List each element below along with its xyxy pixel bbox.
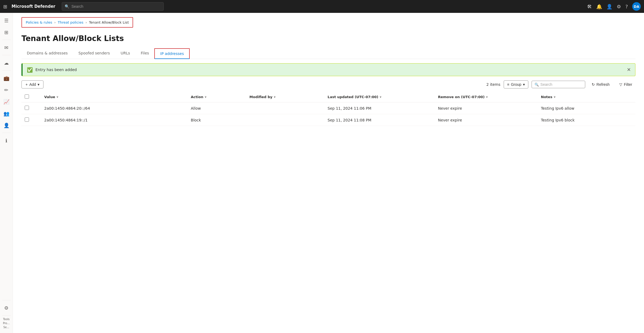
th-last-updated[interactable]: Last updated (UTC-07:00) ∨ <box>324 92 435 102</box>
th-modified-by[interactable]: Modified by ∨ <box>246 92 324 102</box>
success-icon: ✅ <box>27 67 33 73</box>
add-button[interactable]: + Add ▾ <box>21 80 43 88</box>
breadcrumb-policies[interactable]: Policies & rules <box>26 20 52 24</box>
row2-remove-on: Never expire <box>435 114 538 126</box>
sidebar-label-se: Se... <box>3 326 9 329</box>
table-row: 2a00:1450:4864:19::/1 Block Sep 11, 2024… <box>21 114 635 126</box>
sidebar-item-email[interactable]: ✉ <box>1 42 12 53</box>
bell-icon[interactable]: 🔔 <box>596 4 602 9</box>
removeon-sort-icon: ∨ <box>486 95 488 99</box>
row1-action: Allow <box>188 102 246 114</box>
toolbar: + Add ▾ 2 items ≡ Group ▾ 🔍 ↻ Refresh <box>21 80 635 88</box>
col-value-label: Value <box>44 95 55 99</box>
row1-checkbox-cell[interactable] <box>21 102 41 114</box>
breadcrumb-sep-2: › <box>86 21 87 24</box>
global-search-input[interactable] <box>71 4 161 9</box>
notes-sort-icon: ∨ <box>553 95 556 99</box>
search-box[interactable]: 🔍 <box>532 81 585 88</box>
select-all-checkbox[interactable] <box>25 94 29 99</box>
sidebar-item-menu[interactable]: ☰ <box>1 15 12 26</box>
row1-remove-on: Never expire <box>435 102 538 114</box>
grid-icon[interactable]: ⊞ <box>3 4 7 9</box>
search-icon: 🔍 <box>65 4 69 9</box>
main-layout: ☰ ⊞ ✉ ☁ 💼 ✏ 📈 👥 👤 ℹ ⚙ Tools Pro... Se...… <box>0 13 644 333</box>
sidebar-bottom: ⚙ Tools Pro... Se... <box>1 299 12 331</box>
filter-label: Filter <box>624 82 632 87</box>
avatar[interactable]: DA <box>632 2 641 11</box>
th-value[interactable]: Value ∨ <box>41 92 188 102</box>
th-select-all[interactable] <box>21 92 41 102</box>
sidebar-divider-2 <box>2 55 11 55</box>
refresh-icon: ↻ <box>592 82 595 87</box>
col-lastupdated-label: Last updated (UTC-07:00) <box>328 95 378 99</box>
content-area: Policies & rules › Threat policies › Ten… <box>13 13 644 333</box>
th-notes[interactable]: Notes ∨ <box>538 92 635 102</box>
group-button[interactable]: ≡ Group ▾ <box>504 80 528 88</box>
sidebar-divider-4 <box>2 133 11 133</box>
value-sort-icon: ∨ <box>56 95 58 99</box>
tab-files[interactable]: Files <box>136 48 155 59</box>
breadcrumb-sep-1: › <box>54 21 56 24</box>
row2-checkbox-cell[interactable] <box>21 114 41 126</box>
table-row: 2a00:1450:4864:20::/64 Allow Sep 11, 202… <box>21 102 635 114</box>
th-action[interactable]: Action ∨ <box>188 92 246 102</box>
breadcrumb-threat-policies[interactable]: Threat policies <box>58 20 83 24</box>
tab-ip-addresses[interactable]: IP addresses <box>154 48 190 59</box>
sidebar-label-pro: Pro... <box>3 322 10 325</box>
topbar-icons: 🛠 🔔 👤 ⚙ ? DA <box>587 2 641 11</box>
help-icon[interactable]: ? <box>625 4 628 9</box>
sidebar: ☰ ⊞ ✉ ☁ 💼 ✏ 📈 👥 👤 ℹ ⚙ Tools Pro... Se... <box>0 13 13 333</box>
row2-last-updated: Sep 11, 2024 11:08 PM <box>324 114 435 126</box>
global-search-box[interactable]: 🔍 <box>62 2 164 11</box>
col-notes-label: Notes <box>541 95 552 99</box>
filter-icon: ▽ <box>619 82 622 87</box>
col-removeon-label: Remove on (UTC-07:00) <box>438 95 485 99</box>
tools-icon[interactable]: 🛠 <box>587 4 592 9</box>
row2-checkbox[interactable] <box>25 117 29 122</box>
col-modified-label: Modified by <box>250 95 273 99</box>
table-header-row: Value ∨ Action ∨ Modified by ∨ <box>21 92 635 102</box>
sidebar-item-info[interactable]: ℹ <box>1 135 12 146</box>
success-banner: ✅ Entry has been added ✕ <box>21 63 635 76</box>
sidebar-item-people[interactable]: 👥 <box>1 108 12 119</box>
th-remove-on[interactable]: Remove on (UTC-07:00) ∨ <box>435 92 538 102</box>
sidebar-label-tools: Tools <box>3 318 10 321</box>
modified-sort-icon: ∨ <box>273 95 276 99</box>
group-label: Group <box>511 82 521 87</box>
row1-value: 2a00:1450:4864:20::/64 <box>41 102 188 114</box>
lastupdated-sort-icon: ∨ <box>379 95 382 99</box>
sidebar-item-chart[interactable]: 📈 <box>1 96 12 107</box>
data-table: Value ∨ Action ∨ Modified by ∨ <box>21 92 635 126</box>
row1-checkbox[interactable] <box>25 106 29 110</box>
sidebar-item-dashboard[interactable]: ⊞ <box>1 27 12 38</box>
tab-spoofed[interactable]: Spoofed senders <box>73 48 115 59</box>
user-icon[interactable]: 👤 <box>606 4 612 9</box>
sidebar-item-settings[interactable]: ⚙ <box>1 302 12 313</box>
filter-button[interactable]: ▽ Filter <box>616 81 635 88</box>
search-input[interactable] <box>540 82 582 87</box>
breadcrumb: Policies & rules › Threat policies › Ten… <box>21 17 133 28</box>
settings-icon[interactable]: ⚙ <box>617 4 621 9</box>
sidebar-item-briefcase[interactable]: 💼 <box>1 73 12 83</box>
banner-close-button[interactable]: ✕ <box>627 67 631 73</box>
tab-urls[interactable]: URLs <box>115 48 135 59</box>
sidebar-divider-6 <box>2 315 11 316</box>
toolbar-right: 2 items ≡ Group ▾ 🔍 ↻ Refresh ▽ Filter <box>486 80 635 88</box>
group-icon: ≡ <box>507 82 509 87</box>
row2-modified-by <box>246 114 324 126</box>
success-banner-content: ✅ Entry has been added <box>27 67 77 73</box>
success-message: Entry has been added <box>35 68 77 72</box>
sidebar-item-cloud[interactable]: ☁ <box>1 57 12 68</box>
sidebar-item-person-settings[interactable]: 👤 <box>1 120 12 131</box>
action-sort-icon: ∨ <box>204 95 207 99</box>
sidebar-item-pen[interactable]: ✏ <box>1 84 12 95</box>
row1-modified-by <box>246 102 324 114</box>
row2-action: Block <box>188 114 246 126</box>
tab-domains[interactable]: Domains & addresses <box>21 48 73 59</box>
add-plus-icon: + <box>25 82 28 87</box>
sidebar-divider-3 <box>2 70 11 71</box>
add-label: Add <box>29 82 36 87</box>
refresh-button[interactable]: ↻ Refresh <box>588 81 613 88</box>
table-header: Value ∨ Action ∨ Modified by ∨ <box>21 92 635 102</box>
tabs-container: Domains & addresses Spoofed senders URLs… <box>21 48 635 59</box>
